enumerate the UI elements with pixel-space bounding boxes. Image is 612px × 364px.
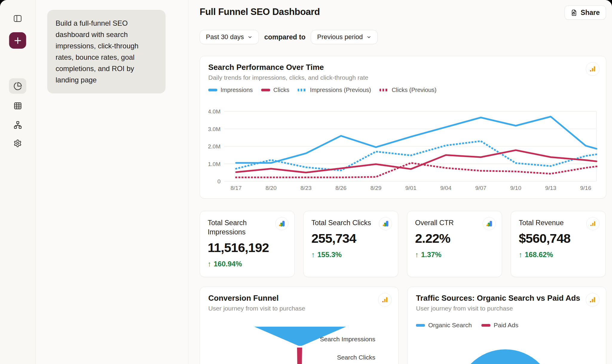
svg-text:8/23: 8/23 [301,185,312,191]
page-title: Full Funnel SEO Dashboard [200,7,320,17]
legend-swatch [208,89,217,91]
legend-swatch [380,89,388,91]
table-icon [13,102,22,110]
traffic-pie-chart [408,341,607,364]
traffic-title: Traffic Sources: Organic Search vs Paid … [416,294,580,303]
up-arrow-icon: ↑ [311,251,315,259]
kpi-delta-value: 160.94% [214,260,242,268]
legend-item-impressions-previous: Impressions (Previous) [298,87,371,93]
traffic-sources-card: Traffic Sources: Organic Search vs Paid … [407,287,606,364]
svg-text:9/01: 9/01 [406,185,417,191]
legend-swatch [261,89,270,91]
svg-text:9/04: 9/04 [440,185,452,191]
svg-text:8/29: 8/29 [371,185,382,191]
legend-label: Clicks (Previous) [392,87,437,93]
chart-legend: Impressions Clicks Impressions (Previous… [208,87,437,93]
new-dashboard-button[interactable] [9,32,26,49]
legend-label: Clicks [273,87,289,93]
analytics-badge-button[interactable] [483,217,496,230]
chevron-down-icon [247,35,253,40]
kpi-delta: ↑ 1.37% [415,251,494,259]
sidebar-item-workflow[interactable] [9,117,26,133]
conversion-funnel-card: Conversion Funnel User journey from visi… [200,287,399,364]
share-button[interactable]: Share [564,5,606,20]
search-performance-card: Search Performance Over Time Daily trend… [200,56,606,199]
network-icon [13,121,22,129]
legend-item-paid-ads: Paid Ads [481,322,518,329]
legend-label: Impressions (Previous) [310,87,371,93]
traffic-subtitle: User journey from visit to purchase [416,305,513,312]
chart-subtitle: Daily trends for impressions, clicks, an… [208,74,368,81]
analytics-badge-button[interactable] [586,293,599,307]
kpi-label: Overall CTR [415,218,478,228]
svg-text:3.0M: 3.0M [208,126,221,132]
pie-legend: Organic Search Paid Ads [416,322,518,329]
analytics-badge-button[interactable] [275,217,288,230]
user-prompt-message: Build a full-funnel SEO dashboard with s… [47,10,166,93]
kpi-label: Total Search Clicks [311,218,375,228]
kpi-card-total-revenue: Total Revenue $560,748 ↑ 168.62% [511,211,606,277]
kpi-card-total-clicks: Total Search Clicks 255,734 ↑ 155.3% [303,211,398,277]
legend-item-clicks: Clicks [261,87,289,93]
funnel-stage-label: Search Impressions [301,336,375,343]
funnel-stage-label: Search Clicks [301,354,375,361]
svg-text:8/20: 8/20 [266,185,277,191]
kpi-delta: ↑ 168.62% [519,251,598,259]
pie-chart-icon [13,82,22,90]
kpi-card-total-impressions: Total Search Impressions 11,516,192 ↑ 16… [200,211,295,277]
dashboard-main: Full Funnel SEO Dashboard Share Past 30 … [188,0,612,364]
svg-text:8/26: 8/26 [336,185,347,191]
legend-item-impressions: Impressions [208,87,253,93]
up-arrow-icon: ↑ [519,251,522,259]
orange-bar-chart-icon [589,65,596,73]
legend-label: Paid Ads [494,322,518,329]
kpi-delta: ↑ 160.94% [208,260,287,268]
kpi-row: Total Search Impressions 11,516,192 ↑ 16… [200,211,606,277]
filter-bar: Past 30 days compared to Previous period [200,30,378,44]
plus-icon [13,36,22,45]
kpi-card-overall-ctr: Overall CTR 2.22% ↑ 1.37% [407,211,502,277]
shared-document-icon [571,9,578,16]
panel-toggle-icon [13,14,22,23]
sidebar-item-charts[interactable] [9,78,26,94]
svg-text:0: 0 [217,178,221,185]
panel-toggle-button[interactable] [9,11,26,26]
app-window: Build a full-funnel SEO dashboard with s… [0,0,612,364]
chat-panel: Build a full-funnel SEO dashboard with s… [36,0,188,364]
kpi-delta: ↑ 155.3% [311,251,390,259]
kpi-label: Total Revenue [519,218,582,228]
sidebar-item-table[interactable] [9,98,26,113]
kpi-delta-value: 1.37% [421,251,441,259]
performance-line-chart: 01.0M2.0M3.0M4.0M8/178/208/238/268/299/0… [208,98,598,192]
legend-swatch [416,324,425,327]
date-range-select[interactable]: Past 30 days [200,30,259,44]
multicolor-bars-icon [278,220,286,228]
sidebar-item-settings[interactable] [9,136,26,151]
compare-period-select[interactable]: Previous period [311,30,378,44]
legend-label: Organic Search [428,322,472,329]
kpi-value: 255,734 [311,231,390,246]
legend-swatch [298,89,307,91]
analytics-badge-button[interactable] [586,217,599,230]
kpi-delta-value: 168.62% [525,251,553,259]
kpi-label: Total Search Impressions [208,218,271,237]
up-arrow-icon: ↑ [415,251,419,259]
chevron-down-icon [366,35,371,40]
legend-item-organic-search: Organic Search [416,322,472,329]
multicolor-bars-icon [382,220,389,228]
svg-text:9/10: 9/10 [510,185,521,191]
kpi-value: 2.22% [415,231,494,246]
multicolor-bars-icon [485,220,493,228]
svg-text:1.0M: 1.0M [208,161,221,167]
svg-text:9/16: 9/16 [580,185,591,191]
legend-swatch [481,324,490,327]
sidebar [0,0,36,364]
analytics-badge-button[interactable] [379,217,392,230]
legend-item-clicks-previous: Clicks (Previous) [380,87,437,93]
svg-text:9/07: 9/07 [475,185,486,191]
date-range-value: Past 30 days [206,33,244,41]
analytics-badge-button[interactable] [586,62,599,76]
chart-title: Search Performance Over Time [208,63,324,72]
orange-bar-chart-icon [589,220,596,227]
kpi-value: $560,748 [519,231,598,246]
